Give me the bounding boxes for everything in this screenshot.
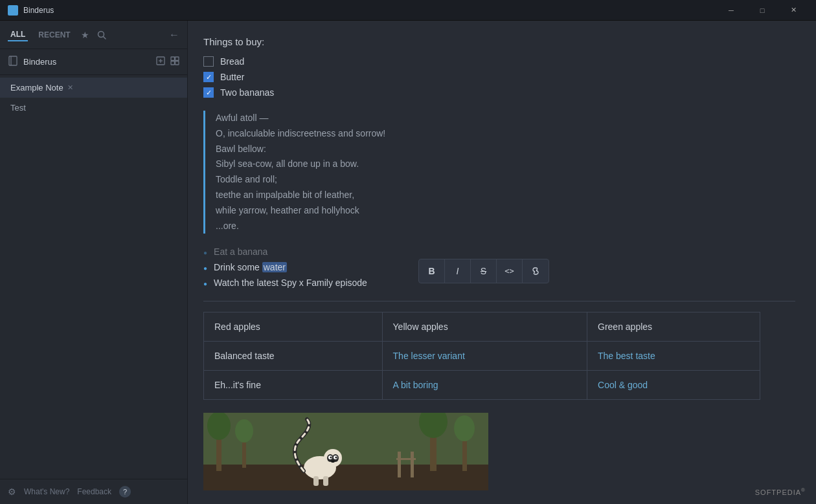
svg-point-20 (454, 415, 475, 441)
softpedia-text: SOFTPEDIA (755, 488, 801, 496)
note-item-example[interactable]: Example Note ✕ (0, 78, 187, 98)
svg-point-32 (331, 460, 335, 463)
apple-table: Red apples Yellow apples Green apples Ba… (203, 312, 760, 400)
table-row-2: Eh...it's fine A bit boring Cool & good (204, 371, 760, 400)
svg-point-16 (235, 419, 253, 443)
note-item-test[interactable]: Test (0, 98, 187, 118)
minimize-button[interactable]: ─ (716, 0, 746, 21)
table-cell: Yellow apples (382, 312, 587, 342)
blockquote-line-1: Awful atoll — (216, 111, 795, 126)
sidebar: ALL RECENT ★ ← Binderus (0, 21, 188, 504)
checklist-item-bread: Bread (203, 56, 795, 67)
note-label: Test (10, 103, 26, 113)
sidebar-tabs: ALL RECENT ★ ← (0, 21, 187, 49)
divider (203, 301, 795, 301)
table-row-header: Red apples Yellow apples Green apples (204, 312, 760, 342)
notebook-name: Binderus (23, 57, 151, 67)
format-toolbar: B I S <> (418, 259, 549, 283)
note-close-indicator: ✕ (67, 83, 73, 92)
blockquote-line-6: teethe an impalpable bit of leather, (216, 188, 795, 203)
svg-rect-8 (176, 57, 179, 61)
svg-rect-12 (203, 465, 488, 490)
bullet-text: Drink some water (214, 262, 287, 272)
new-note-button[interactable] (156, 56, 165, 67)
table-cell: Cool & good (587, 371, 760, 400)
bold-button[interactable]: B (419, 259, 445, 283)
window-controls: ─ □ ✕ (716, 0, 808, 21)
link-button[interactable] (523, 259, 549, 283)
bullet-item-banana: ● Eat a banana (203, 247, 795, 257)
notes-list: Example Note ✕ Test (0, 75, 187, 479)
strikethrough-button[interactable]: S (471, 259, 497, 283)
bullet-text: Watch the latest Spy x Family episode (214, 278, 367, 288)
blockquote-line-2: O, incalculable indiscreetness and sorro… (216, 126, 795, 142)
checklist-label: Butter (220, 72, 244, 82)
app-icon (8, 5, 18, 16)
note-label: Example Note (10, 83, 63, 93)
table-cell: Eh...it's fine (204, 371, 383, 400)
svg-point-30 (330, 457, 332, 459)
checklist-item-butter: Butter (203, 72, 795, 82)
notebook-icon (8, 56, 18, 68)
svg-rect-22 (411, 452, 414, 477)
back-button[interactable]: ← (169, 29, 179, 41)
checklist-label: Bread (220, 56, 244, 67)
settings-icon[interactable]: ⚙ (8, 487, 16, 497)
svg-rect-23 (396, 458, 416, 460)
code-button[interactable]: <> (497, 259, 523, 283)
sidebar-notebook: Binderus (0, 49, 187, 75)
svg-point-31 (335, 457, 337, 459)
svg-point-14 (207, 413, 231, 440)
blockquote-line-8: ...ore. (216, 219, 795, 234)
bullet-dot: ● (203, 249, 207, 256)
bottom-image (203, 413, 488, 490)
svg-rect-2 (9, 56, 17, 65)
blockquote-line-5: Toddle and roll; (216, 172, 795, 188)
notebook-actions (156, 56, 179, 67)
table-cell: Balanced taste (204, 342, 383, 371)
softpedia-reg: ® (801, 487, 806, 493)
table-cell: Red apples (204, 312, 383, 342)
softpedia-watermark: SOFTPEDIA® (755, 487, 806, 496)
close-button[interactable]: ✕ (778, 0, 808, 21)
svg-rect-33 (313, 476, 319, 486)
app-body: ALL RECENT ★ ← Binderus (0, 21, 816, 504)
checkbox-bananas[interactable] (203, 87, 214, 98)
help-icon[interactable]: ? (119, 486, 131, 498)
titlebar: Binderus ─ □ ✕ (0, 0, 816, 21)
lemur-illustration (203, 413, 488, 490)
italic-button[interactable]: I (445, 259, 471, 283)
checklist-label: Two bananas (220, 87, 274, 98)
blockquote-line-3: Bawl bellow: (216, 142, 795, 157)
new-section-button[interactable] (170, 56, 179, 67)
checklist: Bread Butter Two bananas (203, 56, 795, 98)
app-title: Binderus (23, 6, 716, 15)
checkbox-butter[interactable] (203, 72, 214, 82)
editor-content[interactable]: Things to buy: Bread Butter Two bananas (188, 21, 816, 504)
favorites-icon[interactable]: ★ (81, 30, 89, 40)
checkbox-bread[interactable] (203, 56, 214, 67)
svg-rect-10 (176, 61, 179, 65)
blockquote-section: Awful atoll — O, incalculable indiscreet… (203, 111, 795, 234)
checklist-item-bananas: Two bananas (203, 87, 795, 98)
feedback-link[interactable]: Feedback (77, 487, 111, 496)
bullet-dot: ● (203, 280, 207, 287)
table-cell: The lesser variant (382, 342, 587, 371)
bullet-text: Eat a banana (214, 247, 267, 257)
blockquote-line-7: while yarrow, heather and hollyhock (216, 203, 795, 219)
highlighted-water: water (262, 262, 287, 272)
tab-recent[interactable]: RECENT (36, 29, 73, 41)
svg-rect-7 (171, 57, 175, 61)
maximize-button[interactable]: □ (747, 0, 777, 21)
search-icon[interactable] (97, 30, 106, 39)
table-cell: The best taste (587, 342, 760, 371)
svg-rect-9 (171, 61, 175, 65)
table-cell: A bit boring (382, 371, 587, 400)
table-cell: Green apples (587, 312, 760, 342)
svg-rect-34 (323, 476, 328, 486)
bullet-dot: ● (203, 265, 207, 272)
tab-all[interactable]: ALL (8, 28, 28, 41)
section-title: Things to buy: (203, 36, 795, 47)
blockquote-line-4: Sibyl sea-cow, all done up in a bow. (216, 157, 795, 172)
whats-new-link[interactable]: What's New? (24, 487, 69, 496)
